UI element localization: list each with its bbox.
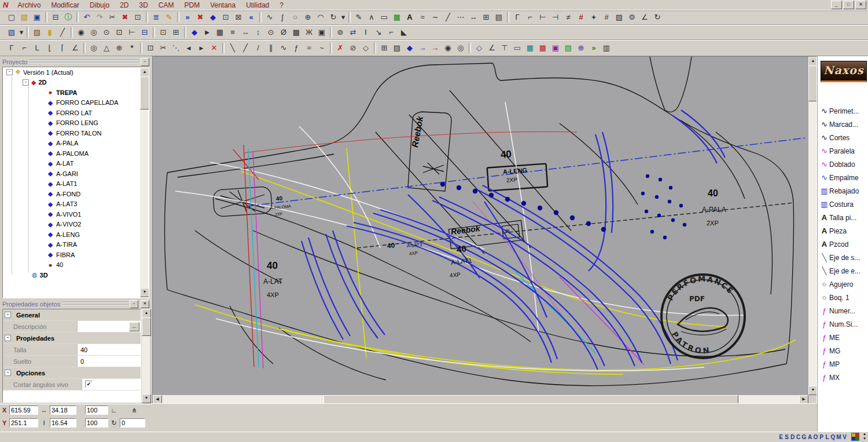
line-nw-icon[interactable]: ╲ bbox=[226, 42, 239, 54]
zoom-in-icon[interactable]: ◉ bbox=[75, 27, 87, 38]
rectangle-icon[interactable]: ▭ bbox=[378, 12, 391, 23]
monitor-icon[interactable]: ▦ bbox=[524, 42, 536, 54]
panel-dock-button[interactable]: ▫ bbox=[130, 300, 138, 308]
tool-pzcod[interactable]: A Pzcod bbox=[818, 238, 868, 251]
arrow-left-icon[interactable]: ◀ bbox=[182, 42, 195, 54]
info-icon[interactable]: ⓘ bbox=[62, 12, 75, 23]
curve-icon[interactable]: ∿ bbox=[263, 12, 276, 23]
star-icon[interactable]: * bbox=[126, 42, 138, 54]
hatch-icon[interactable]: ▨ bbox=[613, 12, 626, 23]
drawing-canvas[interactable]: PERFOMANCE PATRON PDF 40 A-LENG 2XP 40 A… bbox=[152, 56, 817, 404]
tee-icon[interactable]: ⊤ bbox=[498, 42, 511, 54]
menu-item[interactable]: Utilidad bbox=[241, 1, 274, 10]
angle-mode-icon[interactable]: ∟ bbox=[110, 407, 118, 414]
pen-icon[interactable]: ✎ bbox=[352, 12, 365, 23]
scissors-icon[interactable]: ✂ bbox=[157, 42, 170, 54]
field-value[interactable]: 40 bbox=[78, 344, 141, 355]
window-icon[interactable]: ▭ bbox=[511, 42, 524, 54]
swap-arrows-icon[interactable]: ⇄ bbox=[347, 27, 359, 38]
new-icon[interactable]: ▢ bbox=[5, 12, 18, 23]
grid-icon[interactable]: ▦ bbox=[214, 27, 226, 38]
separator[interactable] bbox=[330, 27, 332, 38]
menu-item[interactable]: CAM bbox=[153, 1, 179, 10]
dimension-grid-icon[interactable]: ⊞ bbox=[480, 12, 492, 23]
status-letter[interactable]: G bbox=[801, 434, 807, 440]
table-icon[interactable]: ▤ bbox=[492, 12, 505, 23]
fillet-icon[interactable]: Γ bbox=[5, 42, 18, 54]
fillet4-icon[interactable]: ⌊ bbox=[43, 42, 56, 54]
y-step-input[interactable] bbox=[50, 418, 76, 428]
angle-icon[interactable]: ∠ bbox=[638, 12, 651, 23]
tool-costura[interactable]: ▥ Costura bbox=[818, 198, 868, 211]
sine-icon[interactable]: ∿ bbox=[277, 42, 290, 54]
tree-item-a-lat[interactable]: ◆ A-LAT bbox=[3, 159, 149, 169]
menu-item[interactable]: ? bbox=[274, 1, 289, 10]
tree-item-a-gari[interactable]: ◆ A-GARI bbox=[3, 169, 149, 179]
tool-num-si[interactable]: ƒ Num.Si... bbox=[818, 317, 868, 331]
chamfer-icon[interactable]: ∠ bbox=[69, 42, 82, 54]
move-icon[interactable]: ⊕ bbox=[301, 12, 314, 23]
arrow-blue-icon[interactable]: → bbox=[416, 42, 429, 54]
freehand-icon[interactable]: ∼ bbox=[429, 12, 442, 23]
fillet3-icon[interactable]: L bbox=[31, 42, 43, 54]
separator[interactable] bbox=[76, 12, 79, 23]
wave-icon[interactable]: ≈ bbox=[416, 12, 429, 23]
hatch-dense-icon[interactable]: ▩ bbox=[290, 27, 303, 38]
delete-icon[interactable]: ✖ bbox=[119, 12, 131, 23]
height-measure-icon[interactable]: Ⅰ bbox=[40, 419, 48, 427]
save-icon[interactable]: ▣ bbox=[31, 12, 43, 23]
scroll-thumb[interactable] bbox=[142, 317, 151, 336]
menu-item[interactable]: Archivo bbox=[12, 1, 46, 10]
fill-mode-icon[interactable]: ▧ bbox=[5, 27, 18, 38]
tool-eje-e[interactable]: ╲ Eje de e... bbox=[818, 264, 868, 277]
minimize-button[interactable]: _ bbox=[831, 1, 842, 9]
tool-mp[interactable]: ƒ MP bbox=[818, 357, 868, 371]
menu-item[interactable]: Ventana bbox=[205, 1, 241, 10]
status-letter[interactable]: Q bbox=[830, 434, 836, 440]
separator[interactable] bbox=[83, 43, 86, 53]
tool-agujero[interactable]: ○ Agujero bbox=[818, 277, 868, 291]
y-scale-input[interactable] bbox=[85, 418, 108, 428]
menu-item[interactable]: Dibujo bbox=[84, 1, 115, 10]
status-letter[interactable]: C bbox=[796, 434, 801, 440]
zoom-extents-icon[interactable]: ⊙ bbox=[100, 27, 113, 38]
dim-vertical-icon[interactable]: ↕ bbox=[252, 27, 264, 38]
scroll-up-icon[interactable]: ▲ bbox=[142, 309, 151, 318]
tool-rebajado[interactable]: ▥ Rebajado bbox=[818, 184, 868, 198]
gear-icon[interactable]: ⚙ bbox=[626, 12, 638, 23]
spin-up-icon[interactable]: ▲ bbox=[861, 432, 868, 437]
canvas-vertical-scrollbar[interactable]: ▲ ▼ bbox=[808, 57, 816, 395]
separator[interactable] bbox=[140, 43, 142, 53]
polygon-icon[interactable]: ◇ bbox=[359, 42, 372, 54]
angle2-icon[interactable]: ∠ bbox=[486, 42, 498, 54]
arrow-right-icon[interactable]: ▶ bbox=[195, 42, 208, 54]
blue-diamond-icon[interactable]: ◆ bbox=[403, 42, 416, 54]
polyline-icon[interactable]: ∧ bbox=[365, 12, 378, 23]
scroll-left-icon[interactable]: ◀ bbox=[153, 395, 162, 404]
dim-radius-icon[interactable]: ⊙ bbox=[264, 27, 277, 38]
fillet5-icon[interactable]: ⌈ bbox=[56, 42, 69, 54]
canvas-horizontal-scrollbar[interactable]: ◀ ▶ bbox=[153, 395, 808, 403]
status-letter[interactable]: D bbox=[790, 434, 795, 440]
purple-block-icon[interactable]: ▣ bbox=[549, 42, 562, 54]
menu-item[interactable]: PDM bbox=[179, 1, 205, 10]
separator[interactable] bbox=[146, 12, 148, 23]
refresh-icon[interactable]: ↻ bbox=[651, 12, 664, 23]
dropdown-icon[interactable]: ▾ bbox=[340, 12, 347, 23]
scroll-thumb[interactable] bbox=[323, 395, 738, 404]
menu-item[interactable]: Modificar bbox=[46, 1, 84, 10]
browse-button[interactable]: ... bbox=[129, 322, 139, 331]
magnifier-minus-icon[interactable]: ◎ bbox=[454, 42, 467, 54]
properties-scrollbar[interactable]: ▲ ▼ bbox=[142, 309, 150, 403]
tree-item-forro-talon[interactable]: ◆ FORRO TALON bbox=[3, 128, 149, 138]
x-scale-input[interactable] bbox=[85, 406, 108, 415]
corner-icon[interactable]: Γ bbox=[511, 12, 524, 23]
tool-eje-s[interactable]: ╲ Eje de s... bbox=[818, 251, 868, 264]
layer-colors-icon[interactable] bbox=[851, 433, 859, 441]
scroll-down-icon[interactable]: ▼ bbox=[142, 394, 151, 403]
zoom-window-icon[interactable]: ⊡ bbox=[219, 12, 232, 23]
page-paste-icon[interactable]: ⊞ bbox=[170, 27, 182, 38]
duplicate-icon[interactable]: ⊡ bbox=[144, 42, 157, 54]
dim-horizontal-icon[interactable]: ↔ bbox=[239, 27, 252, 38]
tool-paralela[interactable]: ∿ Paralela bbox=[818, 144, 868, 158]
